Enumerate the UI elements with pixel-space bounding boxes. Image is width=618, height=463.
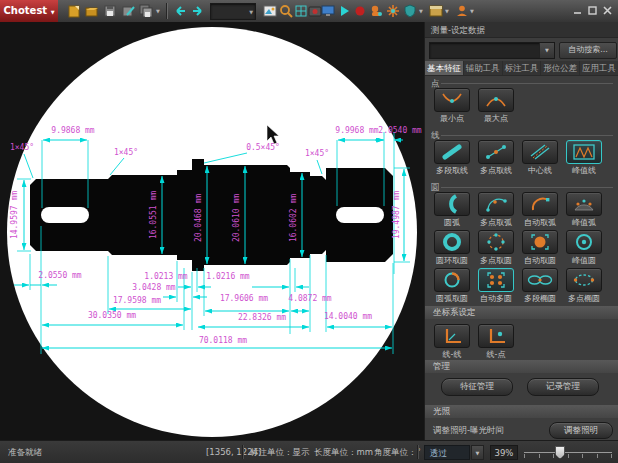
user-dropdown-arrow-icon[interactable]: ▼ xyxy=(470,8,474,14)
auto-circle-icon xyxy=(522,230,558,254)
magnifier-icon[interactable] xyxy=(278,3,294,19)
tool-ring-circle[interactable]: 圆环取圆 xyxy=(431,230,473,266)
tool-line-point-axis[interactable]: 线-点 xyxy=(475,324,517,360)
tool-line-line-axis[interactable]: 线-线 xyxy=(431,324,473,360)
play-icon[interactable] xyxy=(336,3,352,19)
record-manage-button[interactable]: 记录管理 xyxy=(527,378,599,396)
dim-label: 1.0213 mm xyxy=(144,273,187,281)
tool-auto-circle[interactable]: 自动取圆 xyxy=(519,230,561,266)
tool-arc-circle[interactable]: 圆弧取圆 xyxy=(431,268,473,304)
dim-label: 1.0216 mm xyxy=(206,273,249,281)
measurement-viewport[interactable]: 9.9868 mm 9.9968 mm 2.0540 mm 1×45° 1×45… xyxy=(0,22,424,440)
section-divider xyxy=(441,135,613,136)
tool-segment-line[interactable]: 多段取线 xyxy=(431,140,473,176)
tab-application-tools[interactable]: 应用工具 xyxy=(580,61,618,75)
peak-line-icon xyxy=(566,140,602,164)
chotest-app-window: { "titlebar": { "app": "Chotest", "icons… xyxy=(0,0,618,463)
tool-label: 最小点 xyxy=(431,113,473,124)
user-session-icon[interactable] xyxy=(454,3,470,19)
save-icon[interactable] xyxy=(102,3,118,19)
arc-circle-icon xyxy=(434,268,470,292)
dim-label: 14.9597 mm xyxy=(11,191,19,239)
auto-search-button[interactable]: 自动搜索... xyxy=(559,42,617,59)
tool-label: 多段取线 xyxy=(431,165,473,176)
tab-form-tolerance[interactable]: 形位公差 xyxy=(541,61,580,75)
save-all-icon[interactable] xyxy=(138,3,154,19)
adjust-lighting-button[interactable]: 调整照明 xyxy=(549,422,613,439)
maximize-button[interactable] xyxy=(586,4,599,17)
tab-basic-features[interactable]: 基本特征 xyxy=(425,61,464,75)
tool-segment-ellipse[interactable]: 多段椭圆 xyxy=(519,268,561,304)
line-line-axis-icon xyxy=(434,324,470,348)
dim-label: 17.9606 mm xyxy=(220,295,268,303)
feature-combobox[interactable]: ▼ xyxy=(429,42,555,59)
app-menu-button[interactable]: Chotest ▼ xyxy=(0,0,58,22)
tool-peak-arc[interactable]: 峰值弧 xyxy=(563,192,605,228)
tool-peak-line[interactable]: 峰值线 xyxy=(563,140,605,176)
auto-multicircle-icon xyxy=(478,268,514,292)
tool-label: 峰值弧 xyxy=(563,217,605,228)
light-intensity-value: 39% xyxy=(490,445,518,460)
tool-max-point[interactable]: 最大点 xyxy=(475,88,517,124)
toolbar-separator xyxy=(166,3,168,19)
save-dropdown-arrow-icon[interactable]: ▼ xyxy=(156,8,160,14)
tool-min-point[interactable]: 最小点 xyxy=(431,88,473,124)
chevron-down-icon[interactable]: ▼ xyxy=(471,445,484,460)
slot-right xyxy=(336,207,384,223)
light-mode-dropdown[interactable]: 透过 xyxy=(424,445,470,460)
monitor-icon[interactable] xyxy=(320,3,336,19)
section-coordinate-system: 坐标系设定 xyxy=(425,306,618,319)
mouse-cursor xyxy=(267,125,279,144)
tool-label: 自动多圆 xyxy=(475,293,517,304)
ring-circle-icon xyxy=(434,230,470,254)
dim-label: 20.0610 mm xyxy=(233,194,241,242)
line-point-axis-icon xyxy=(478,324,514,348)
redo-icon[interactable] xyxy=(190,3,206,19)
close-button[interactable] xyxy=(601,4,614,17)
tool-auto-multicircle[interactable]: 自动多圆 xyxy=(475,268,517,304)
minimize-button[interactable] xyxy=(571,4,584,17)
status-length-unit: 长度单位：mm xyxy=(314,447,373,459)
tool-peak-circle[interactable]: 峰值圆 xyxy=(563,230,605,266)
dim-label: 9.9968 mm xyxy=(335,127,378,135)
tool-label: 多段椭圆 xyxy=(519,293,561,304)
dim-label: 20.0468 mm xyxy=(195,194,203,242)
feature-manage-button[interactable]: 特征管理 xyxy=(441,378,513,396)
undo-icon[interactable] xyxy=(172,3,188,19)
tool-multipoint-line[interactable]: 多点取线 xyxy=(475,140,517,176)
tool-multipoint-ellipse[interactable]: 多点椭圆 xyxy=(563,268,605,304)
section-lighting: 光照 xyxy=(425,405,618,418)
chevron-down-icon: ▼ xyxy=(249,9,253,15)
min-point-icon xyxy=(434,88,470,112)
probe-hand-icon[interactable] xyxy=(368,3,384,19)
preview-image-icon[interactable] xyxy=(262,3,278,19)
tool-multipoint-circle[interactable]: 多点取圆 xyxy=(475,230,517,266)
record-icon[interactable] xyxy=(352,3,368,19)
shield-dropdown-arrow-icon[interactable]: ▼ xyxy=(419,8,423,14)
light-intensity-slider[interactable] xyxy=(524,445,612,460)
open-file-icon[interactable] xyxy=(84,3,100,19)
new-file-icon[interactable] xyxy=(66,3,82,19)
layout-dropdown-arrow-icon[interactable]: ▼ xyxy=(445,8,449,14)
tool-arc[interactable]: 圆弧 xyxy=(431,192,473,228)
panel-title: 测量-设定数据 xyxy=(425,22,618,38)
tool-auto-arc[interactable]: 自动取弧 xyxy=(519,192,561,228)
shield-icon[interactable] xyxy=(402,3,418,19)
slider-track xyxy=(524,452,612,453)
tab-annotation-tools[interactable]: 标注工具 xyxy=(503,61,542,75)
status-annotation-unit: 标注单位：显示 xyxy=(250,447,310,459)
tab-auxiliary-tools[interactable]: 辅助工具 xyxy=(464,61,503,75)
dim-label: 17.9598 mm xyxy=(113,297,161,305)
tool-multipoint-arc[interactable]: 多点取弧 xyxy=(475,192,517,228)
dim-label: 1×45° xyxy=(10,144,34,152)
center-line-icon xyxy=(522,140,558,164)
settings-flower-icon[interactable] xyxy=(385,3,401,19)
toolbar-combobox[interactable]: ▼ xyxy=(210,3,256,20)
tool-label: 线-线 xyxy=(431,349,473,360)
peak-circle-icon xyxy=(566,230,602,254)
tool-center-line[interactable]: 中心线 xyxy=(519,140,561,176)
chevron-down-icon: ▼ xyxy=(539,43,554,58)
dim-label: 3.0428 mm xyxy=(132,284,175,292)
layout-window-icon[interactable] xyxy=(428,3,444,19)
save-as-icon[interactable] xyxy=(120,3,136,19)
